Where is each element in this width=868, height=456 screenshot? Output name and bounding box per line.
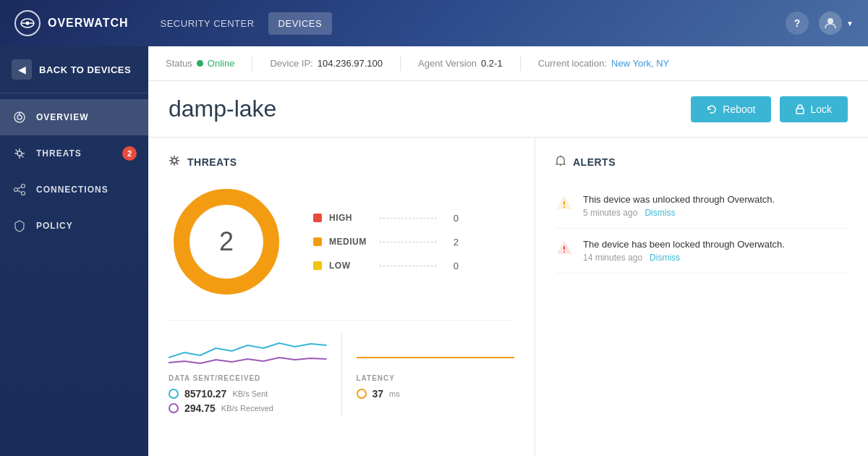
alert-text-2: The device has been locked through Overw…: [583, 239, 785, 250]
threats-panel: THREATS 2: [148, 138, 535, 456]
svg-rect-20: [796, 109, 804, 114]
sidebar-item-policy[interactable]: POLICY: [0, 208, 148, 244]
svg-point-8: [17, 151, 22, 156]
medium-dot: [313, 237, 322, 246]
threats-panel-icon: [169, 155, 180, 169]
medium-value: 2: [447, 237, 459, 248]
legend-low: LOW 0: [313, 261, 459, 271]
connections-icon: [12, 182, 27, 198]
metrics-row: DATA SENT/RECEIVED 85710.27 KB/s Sent 29…: [169, 320, 514, 417]
svg-point-1: [26, 22, 30, 25]
nav-security-center[interactable]: SECURITY CENTER: [150, 12, 265, 35]
location-label: Current location:: [538, 58, 607, 69]
threats-icon: [12, 145, 27, 161]
svg-line-14: [22, 156, 24, 158]
sidebar-item-connections[interactable]: CONNECTIONS: [0, 172, 148, 208]
data-chart: [169, 332, 327, 368]
status-item-online: Status Online: [166, 58, 234, 69]
svg-line-13: [16, 150, 18, 152]
alert-dismiss-2[interactable]: Dismiss: [650, 253, 680, 263]
reboot-label: Reboot: [723, 104, 755, 115]
chevron-down-icon: ▼: [846, 20, 854, 28]
svg-point-21: [172, 159, 176, 163]
sidebar-overview-label: OVERVIEW: [36, 112, 88, 122]
latency-circle: [357, 389, 367, 399]
svg-line-19: [18, 190, 22, 193]
svg-line-26: [171, 157, 173, 159]
alerts-panel: ALERTS This device was unlocked through …: [535, 138, 868, 456]
low-value: 0: [447, 261, 459, 271]
alert-item-1: This device was unlocked through Overwat…: [556, 184, 848, 229]
page-header: damp-lake Reboot Lock: [148, 81, 868, 138]
svg-point-6: [17, 115, 22, 119]
device-ip-label: Device IP:: [270, 58, 312, 69]
device-name: damp-lake: [169, 96, 276, 122]
threats-donut: 2: [169, 184, 284, 300]
medium-dots: [379, 242, 437, 242]
status-label: Status: [166, 58, 192, 69]
data-metric-label: DATA SENT/RECEIVED: [169, 374, 327, 382]
status-sep-2: [400, 56, 401, 71]
status-sep-3: [520, 56, 521, 71]
top-nav: OVERWATCH SECURITY CENTER DEVICES ? ▼: [0, 0, 868, 46]
nav-right: ? ▼: [786, 12, 854, 35]
lock-button[interactable]: Lock: [780, 96, 848, 122]
sidebar: ◀ BACK TO DEVICES OVERVIEW: [0, 46, 148, 456]
location-value: New York, NY: [611, 58, 669, 69]
svg-line-29: [171, 162, 173, 164]
reboot-button[interactable]: Reboot: [691, 96, 771, 122]
back-to-devices-button[interactable]: ◀ BACK TO DEVICES: [0, 46, 148, 93]
svg-point-15: [14, 188, 18, 192]
lock-icon: [796, 104, 804, 114]
sidebar-item-threats[interactable]: THREATS 2: [0, 135, 148, 172]
high-value: 0: [447, 213, 459, 224]
sent-circle: [169, 389, 179, 399]
alert-item-2: The device has been locked through Overw…: [556, 229, 848, 274]
brand-name: OVERWATCH: [48, 17, 129, 30]
lock-label: Lock: [810, 104, 832, 115]
latency-unit: ms: [389, 389, 400, 398]
alert-body-1: This device was unlocked through Overwat…: [583, 194, 775, 218]
data-sent-received-panel: DATA SENT/RECEIVED 85710.27 KB/s Sent 29…: [169, 332, 341, 417]
threats-title-text: THREATS: [187, 156, 237, 168]
brand-logo: OVERWATCH: [14, 10, 129, 36]
nav-devices[interactable]: DEVICES: [268, 12, 333, 35]
low-dot: [313, 261, 322, 270]
threats-panel-title: THREATS: [169, 155, 514, 169]
user-menu[interactable]: ▼: [819, 12, 854, 35]
sent-unit: KB/s Sent: [232, 389, 268, 398]
user-avatar: [819, 12, 842, 35]
svg-point-4: [827, 18, 833, 24]
logo-icon: [14, 10, 41, 36]
help-button[interactable]: ?: [786, 12, 809, 35]
status-value-online: Online: [208, 58, 235, 69]
status-item-ip: Device IP: 104.236.97.100: [270, 58, 383, 69]
sidebar-item-overview[interactable]: OVERVIEW: [0, 99, 148, 135]
policy-icon: [12, 218, 27, 234]
sidebar-nav: OVERVIEW THREATS 2: [0, 93, 148, 244]
alert-meta-2: 14 minutes ago Dismiss: [583, 253, 785, 263]
threats-content: 2 HIGH 0 MEDIUM: [169, 184, 514, 300]
sent-value-row: 85710.27 KB/s Sent: [169, 388, 327, 400]
main-layout: ◀ BACK TO DEVICES OVERVIEW: [0, 46, 868, 456]
alerts-title-text: ALERTS: [573, 156, 616, 168]
threats-legend: HIGH 0 MEDIUM 2 LOW: [313, 213, 459, 271]
agent-label: Agent Version: [418, 58, 477, 69]
overview-icon: [12, 109, 27, 125]
nav-links: SECURITY CENTER DEVICES: [150, 12, 786, 35]
device-ip-value: 104.236.97.100: [318, 58, 383, 69]
dashboard: THREATS 2: [148, 138, 868, 456]
high-label: HIGH: [329, 213, 369, 223]
received-value-row: 294.75 KB/s Received: [169, 402, 327, 414]
latency-panel: LATENCY 37 ms: [341, 332, 515, 417]
latency-value-row: 37 ms: [357, 388, 515, 400]
sidebar-connections-label: CONNECTIONS: [36, 185, 109, 195]
legend-high: HIGH 0: [313, 213, 459, 224]
status-bar: Status Online Device IP: 104.236.97.100 …: [148, 46, 868, 81]
latency-chart: [357, 332, 515, 368]
received-circle: [169, 403, 179, 413]
received-unit: KB/s Received: [221, 404, 273, 413]
alerts-icon: [556, 155, 566, 169]
content-area: Status Online Device IP: 104.236.97.100 …: [148, 46, 868, 456]
alert-dismiss-1[interactable]: Dismiss: [644, 208, 675, 218]
